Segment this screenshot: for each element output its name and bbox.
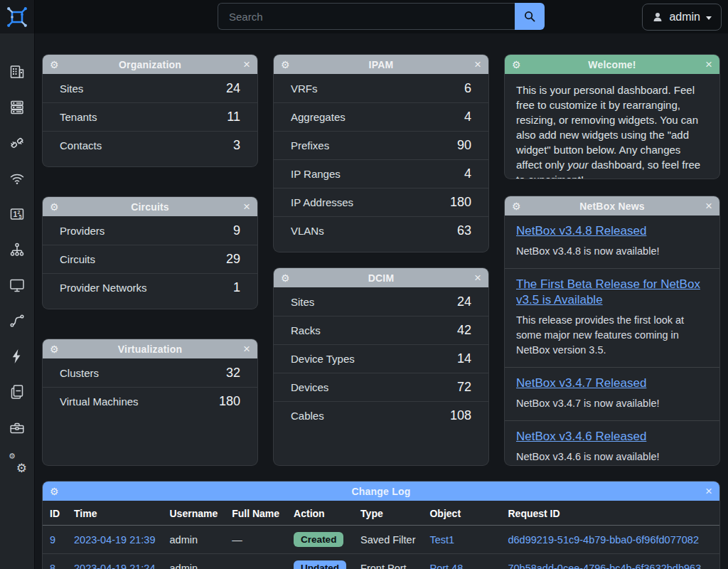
- news-link[interactable]: NetBox v3.4.6 Released: [516, 429, 646, 444]
- news-link[interactable]: NetBox v3.4.8 Released: [516, 223, 646, 238]
- stat-row: Contacts3: [43, 131, 257, 159]
- stat-row: Tenants11: [43, 102, 257, 131]
- search-input[interactable]: [218, 3, 515, 30]
- close-icon[interactable]: ×: [474, 272, 481, 284]
- gear-icon[interactable]: ⚙: [50, 486, 59, 496]
- sidebar: 125⚙⚙: [0, 33, 35, 569]
- action-badge: Updated: [294, 560, 346, 569]
- gear-icon[interactable]: ⚙: [512, 201, 521, 211]
- cell-request-id: 70b58add-0cee-4796-bc4b-6f3632bdb963: [500, 554, 719, 569]
- stat-label: Device Types: [291, 353, 355, 365]
- netbox-logo[interactable]: [0, 0, 35, 33]
- close-icon[interactable]: ×: [474, 58, 481, 70]
- stat-label: Circuits: [60, 253, 95, 265]
- sidebar-item-wireless[interactable]: [9, 170, 26, 187]
- changelog-object-link[interactable]: Test1: [429, 534, 454, 546]
- column-header: Action: [287, 501, 353, 526]
- gear-icon[interactable]: ⚙: [281, 273, 290, 283]
- stat-label: Cables: [291, 410, 324, 422]
- sidebar-item-virtualization[interactable]: [9, 277, 26, 294]
- stat-value: 180: [450, 195, 471, 210]
- stat-row: Cables108: [274, 401, 488, 430]
- widget-header: ⚙Welcome!×: [505, 55, 719, 74]
- close-icon[interactable]: ×: [243, 343, 250, 355]
- user-label: admin: [669, 11, 700, 23]
- widget-body: NetBox v3.4.8 ReleasedNetBox v3.4.8 is n…: [505, 216, 719, 466]
- stat-value: 180: [219, 394, 240, 409]
- close-icon[interactable]: ×: [705, 58, 712, 70]
- stat-value: 14: [457, 351, 471, 366]
- cell-id: 9: [43, 526, 67, 554]
- widget-header: ⚙Virtualization×: [43, 339, 257, 358]
- news-link[interactable]: The First Beta Release for NetBox v3.5 i…: [516, 277, 708, 307]
- stat-label: IP Addresses: [291, 196, 353, 208]
- sidebar-item-power[interactable]: [9, 348, 26, 365]
- widget-dcim: ⚙DCIM×Sites24Racks42Device Types14Device…: [273, 267, 489, 466]
- changelog-request-id-link[interactable]: 70b58add-0cee-4796-bc4b-6f3632bdb963: [508, 563, 701, 569]
- column-header: Username: [163, 501, 225, 526]
- number-box-icon: 125: [9, 206, 26, 223]
- gear-icon[interactable]: ⚙: [281, 60, 290, 70]
- stat-value: 1: [233, 280, 240, 295]
- sidebar-item-ipam[interactable]: 125: [9, 206, 26, 223]
- changelog-object-link[interactable]: Port 48: [429, 563, 463, 569]
- stat-label: Provider Networks: [60, 282, 147, 294]
- person-icon: [652, 11, 663, 23]
- column-header: Time: [67, 501, 163, 526]
- stat-row: Prefixes90: [274, 131, 488, 159]
- table-row: 82023-04-19 21:24admin—UpdatedFront Port…: [43, 554, 719, 569]
- changelog-id-link[interactable]: 9: [50, 534, 55, 546]
- cell-request-id: d6d99219-51c9-4b79-bba0-6f96fd077082: [500, 526, 719, 554]
- stat-value: 4: [464, 110, 471, 124]
- cell-full-name: —: [225, 526, 287, 554]
- close-icon[interactable]: ×: [243, 58, 250, 70]
- sidebar-item-provisioning[interactable]: [9, 383, 26, 400]
- cell-time: 2023-04-19 21:24: [67, 554, 163, 569]
- dashboard-columns: ⚙Organization×Sites24Tenants11Contacts3⚙…: [42, 54, 720, 466]
- user-menu-button[interactable]: admin: [642, 4, 722, 31]
- cell-id: 8: [43, 554, 67, 569]
- stat-row: Sites24: [43, 74, 257, 102]
- column-header: Full Name: [225, 501, 287, 526]
- stat-value: 11: [227, 110, 240, 124]
- stat-row: Sites24: [274, 287, 488, 316]
- changelog-table-head: IDTimeUsernameFull NameActionTypeObjectR…: [43, 501, 719, 526]
- sidebar-item-organization[interactable]: [9, 63, 26, 80]
- widget-body: Sites24Tenants11Contacts3: [43, 74, 257, 159]
- changelog-time-link[interactable]: 2023-04-19 21:24: [74, 563, 156, 569]
- dashboard-column-1: ⚙Organization×Sites24Tenants11Contacts3⚙…: [42, 54, 258, 466]
- sidebar-item-topology[interactable]: [9, 241, 26, 258]
- news-link[interactable]: NetBox v3.4.7 Released: [516, 376, 646, 390]
- gear-icon[interactable]: ⚙: [50, 60, 59, 70]
- gear-icon[interactable]: ⚙: [512, 60, 521, 70]
- search-button[interactable]: [515, 3, 545, 30]
- widget-title: IPAM: [274, 59, 488, 70]
- news-summary: This release provides the first look at …: [516, 313, 708, 358]
- cell-action: Created: [287, 526, 353, 554]
- widget-body: Clusters32Virtual Machines180: [43, 358, 257, 415]
- sidebar-item-devices[interactable]: [9, 99, 26, 116]
- changelog-id-link[interactable]: 8: [50, 563, 55, 569]
- stat-value: 9: [233, 223, 240, 238]
- news-item: NetBox v3.4.8 ReleasedNetBox v3.4.8 is n…: [505, 216, 719, 268]
- cell-action: Updated: [287, 554, 353, 569]
- stat-value: 29: [226, 252, 240, 267]
- widget-title: Virtualization: [43, 344, 257, 355]
- close-icon[interactable]: ×: [705, 485, 712, 497]
- stat-value: 4: [464, 166, 471, 181]
- changelog-time-link[interactable]: 2023-04-19 21:39: [74, 534, 156, 546]
- changelog-request-id-link[interactable]: d6d99219-51c9-4b79-bba0-6f96fd077082: [508, 534, 698, 546]
- close-icon[interactable]: ×: [243, 201, 250, 213]
- stat-label: Sites: [291, 296, 314, 308]
- sidebar-item-circuits[interactable]: [9, 312, 26, 329]
- monitor-icon: [9, 277, 26, 294]
- wifi-icon: [9, 170, 26, 187]
- cell-username: admin: [163, 554, 225, 569]
- close-icon[interactable]: ×: [705, 200, 712, 212]
- sidebar-item-admin[interactable]: ⚙⚙: [9, 454, 26, 472]
- sidebar-item-connections[interactable]: [9, 134, 26, 151]
- gear-icon[interactable]: ⚙: [50, 344, 59, 354]
- sitemap-icon: [9, 241, 26, 258]
- sidebar-item-customization[interactable]: [9, 419, 26, 436]
- gear-icon[interactable]: ⚙: [50, 202, 59, 212]
